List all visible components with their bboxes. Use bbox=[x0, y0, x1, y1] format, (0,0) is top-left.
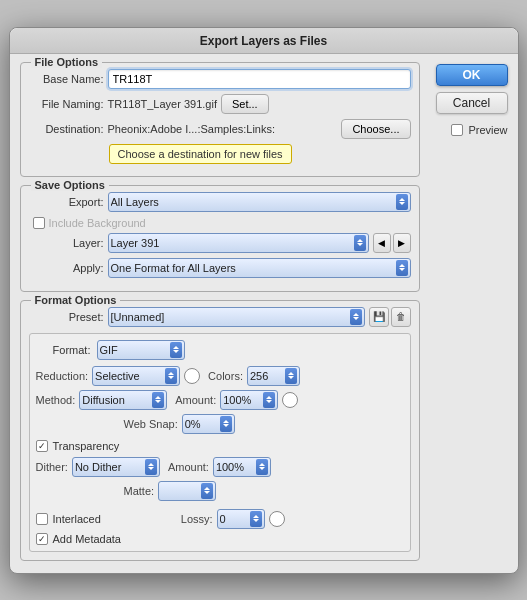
colors-arrows bbox=[285, 368, 297, 384]
web-snap-select[interactable]: 0% 5% 10% bbox=[185, 418, 220, 430]
reduction-arrow-down-icon bbox=[168, 376, 174, 379]
dither-select[interactable]: No Dither Pattern Diffusion bbox=[75, 461, 145, 473]
export-select-wrapper[interactable]: All Layers Selected Layers bbox=[108, 192, 411, 212]
preset-select[interactable]: [Unnamed] bbox=[111, 311, 348, 323]
transparency-row: Transparency bbox=[36, 440, 404, 452]
preset-row: Preset: [Unnamed] 💾 🗑 bbox=[29, 307, 411, 327]
dither-arrow-up-icon bbox=[148, 463, 154, 466]
set-button[interactable]: Set... bbox=[221, 94, 269, 114]
reduction-group: Reduction: Selective Perceptual Adaptive bbox=[36, 366, 201, 386]
export-select[interactable]: All Layers Selected Layers bbox=[111, 196, 394, 208]
layer-select[interactable]: Layer 391 bbox=[111, 237, 352, 249]
transparency-checkbox[interactable] bbox=[36, 440, 48, 452]
preset-delete-button[interactable]: 🗑 bbox=[391, 307, 411, 327]
preset-arrow-up-icon bbox=[353, 313, 359, 316]
lossy-label: Lossy: bbox=[181, 513, 213, 525]
format-select-wrapper[interactable]: GIF PNG JPEG bbox=[97, 340, 185, 360]
amount-select-wrapper[interactable]: 100% 75% 50% bbox=[220, 390, 278, 410]
base-name-input[interactable] bbox=[108, 69, 411, 89]
method-amount-row: Method: Diffusion Pattern Noise bbox=[36, 390, 404, 410]
method-arrow-up-icon bbox=[155, 396, 161, 399]
lossy-group: Lossy: 0 5 10 bbox=[181, 509, 285, 529]
layer-prev-button[interactable]: ◀ bbox=[373, 233, 391, 253]
preset-select-wrapper[interactable]: [Unnamed] bbox=[108, 307, 365, 327]
dither-amount-select-wrapper[interactable]: 100% 75% bbox=[213, 457, 271, 477]
layer-row: Layer: Layer 391 ◀ ▶ bbox=[29, 233, 411, 253]
choose-button[interactable]: Choose... bbox=[341, 119, 410, 139]
layer-select-arrows bbox=[354, 235, 366, 251]
right-button-panel: OK Cancel Preview bbox=[428, 62, 508, 561]
save-options-section: Save Options Export: All Layers Selected… bbox=[20, 185, 420, 292]
include-background-row: Include Background bbox=[29, 217, 411, 229]
dither-select-wrapper[interactable]: No Dither Pattern Diffusion bbox=[72, 457, 160, 477]
amount-arrow-down-icon bbox=[266, 400, 272, 403]
apply-select-arrows bbox=[396, 260, 408, 276]
apply-select[interactable]: One Format for All Layers Different Form… bbox=[111, 262, 394, 274]
format-row: Format: GIF PNG JPEG bbox=[36, 340, 404, 360]
colors-select[interactable]: 256 128 64 bbox=[250, 370, 285, 382]
add-metadata-checkbox[interactable] bbox=[36, 533, 48, 545]
preview-checkbox[interactable] bbox=[451, 124, 463, 136]
format-select[interactable]: GIF PNG JPEG bbox=[100, 344, 170, 356]
layer-select-wrapper[interactable]: Layer 391 bbox=[108, 233, 369, 253]
preset-label: Preset: bbox=[29, 311, 104, 323]
matte-select-wrapper[interactable]: White Black bbox=[158, 481, 216, 501]
reduction-arrow-up-icon bbox=[168, 372, 174, 375]
method-label: Method: bbox=[36, 394, 76, 406]
colors-select-wrapper[interactable]: 256 128 64 bbox=[247, 366, 300, 386]
preset-arrows bbox=[350, 309, 362, 325]
destination-row: Destination: Pheonix:Adobe I...:Samples:… bbox=[29, 119, 411, 139]
lossy-select[interactable]: 0 5 10 bbox=[220, 513, 250, 525]
ok-button[interactable]: OK bbox=[436, 64, 508, 86]
file-options-label: File Options bbox=[31, 56, 103, 68]
bottom-checkboxes: Interlaced Lossy: 0 5 10 bbox=[36, 509, 404, 545]
export-label: Export: bbox=[29, 196, 104, 208]
web-snap-arrows bbox=[220, 416, 232, 432]
amount-arrows bbox=[263, 392, 275, 408]
web-snap-select-wrapper[interactable]: 0% 5% 10% bbox=[182, 414, 235, 434]
dither-amount-arrow-up-icon bbox=[259, 463, 265, 466]
interlaced-label: Interlaced bbox=[53, 513, 101, 525]
dither-amount-select[interactable]: 100% 75% bbox=[216, 461, 256, 473]
interlaced-checkbox[interactable] bbox=[36, 513, 48, 525]
colors-arrow-up-icon bbox=[288, 372, 294, 375]
colors-label: Colors: bbox=[208, 370, 243, 382]
reduction-select-wrapper[interactable]: Selective Perceptual Adaptive bbox=[92, 366, 180, 386]
dialog-title-text: Export Layers as Files bbox=[200, 34, 327, 48]
web-snap-label: Web Snap: bbox=[124, 418, 178, 430]
reduction-circle-button[interactable] bbox=[184, 368, 200, 384]
left-panel: File Options Base Name: File Naming: TR1… bbox=[20, 62, 420, 561]
method-select[interactable]: Diffusion Pattern Noise bbox=[82, 394, 152, 406]
preset-save-button[interactable]: 💾 bbox=[369, 307, 389, 327]
lossy-circle-button[interactable] bbox=[269, 511, 285, 527]
include-background-label: Include Background bbox=[49, 217, 146, 229]
amount-label: Amount: bbox=[175, 394, 216, 406]
lossy-select-wrapper[interactable]: 0 5 10 bbox=[217, 509, 265, 529]
matte-arrows bbox=[201, 483, 213, 499]
arrow-down-icon bbox=[399, 202, 405, 205]
arrow-up-icon bbox=[399, 198, 405, 201]
lossy-arrow-down-icon bbox=[253, 519, 259, 522]
cancel-button[interactable]: Cancel bbox=[436, 92, 508, 114]
matte-arrow-down-icon bbox=[204, 491, 210, 494]
layer-next-button[interactable]: ▶ bbox=[393, 233, 411, 253]
dither-amount-arrows bbox=[256, 459, 268, 475]
include-background-checkbox[interactable] bbox=[33, 217, 45, 229]
dialog-title: Export Layers as Files bbox=[10, 28, 518, 54]
web-snap-arrow-down-icon bbox=[223, 424, 229, 427]
matte-select[interactable]: White Black bbox=[161, 485, 201, 497]
file-naming-label: File Naming: bbox=[29, 98, 104, 110]
tooltip-container: Choose a destination for new files bbox=[29, 144, 411, 168]
amount-select[interactable]: 100% 75% 50% bbox=[223, 394, 263, 406]
apply-select-wrapper[interactable]: One Format for All Layers Different Form… bbox=[108, 258, 411, 278]
file-naming-value: TR118T_Layer 391.gif bbox=[108, 98, 217, 110]
add-metadata-row: Add Metadata bbox=[36, 533, 404, 545]
add-metadata-label: Add Metadata bbox=[53, 533, 122, 545]
method-arrows bbox=[152, 392, 164, 408]
apply-row: Apply: One Format for All Layers Differe… bbox=[29, 258, 411, 278]
reduction-select[interactable]: Selective Perceptual Adaptive bbox=[95, 370, 165, 382]
amount-circle-button[interactable] bbox=[282, 392, 298, 408]
method-select-wrapper[interactable]: Diffusion Pattern Noise bbox=[79, 390, 167, 410]
format-arrow-down-icon bbox=[173, 350, 179, 353]
dither-amount-group: Amount: 100% 75% bbox=[168, 457, 271, 477]
